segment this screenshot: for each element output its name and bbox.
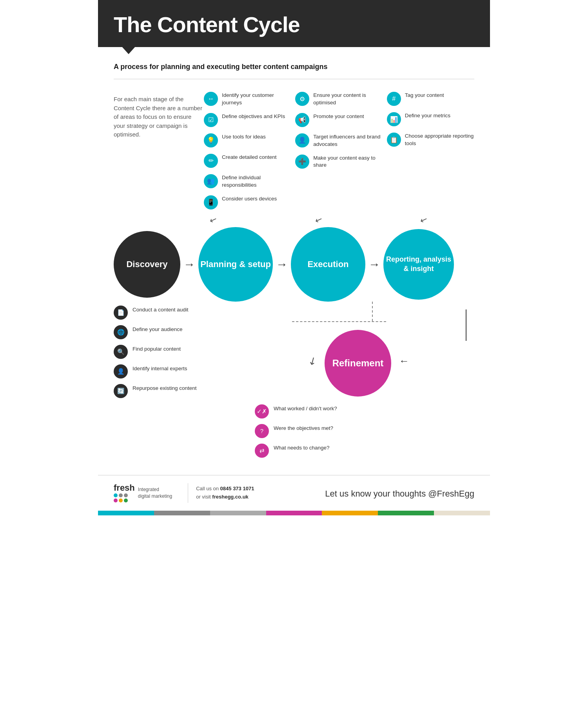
list-item: 👤 Identify internal experts [114,364,223,378]
item-label: Consider users devices [222,195,277,203]
bottom-section: 📄 Conduct a content audit 🌐 Define your … [98,302,490,463]
social-text: Let us know your thoughts @FreshEgg [325,489,474,499]
item-label: Were the objectives met? [274,424,333,432]
list-item: 🌐 Define your audience [114,325,223,339]
question-icon: ? [255,424,269,438]
execution-circle: Execution [291,227,365,302]
list-item: 👤 Target influencers and brand advocates [295,133,383,148]
item-label: Make your content easy to share [313,154,383,169]
planning-circle: Planning & setup [198,227,273,302]
person-icon: 👤 [295,133,309,147]
dot-2 [119,493,123,497]
dot-6 [124,499,128,502]
refinement-column: ↙ Refinement ← ✓✗ What worked / didn't w… [243,302,474,463]
item-label: Choose appropriate reporting tools [405,132,474,147]
list-item: 👥 Define individual responsibilities [204,173,291,189]
discovery-wrapper: Discovery [114,231,180,298]
item-label: Tag your content [405,91,444,99]
gear-icon: ⚙ [295,92,309,106]
list-item: 📱 Consider users devices [204,195,291,209]
globe-icon: 🌐 [114,325,128,339]
item-label: Create detailed content [222,153,277,161]
dot-4 [114,499,118,502]
item-label: Define individual responsibilities [222,173,291,189]
item-label: What worked / didn't work? [274,404,337,413]
main-content: A process for planning and executing bet… [98,47,490,215]
intro-text: For each main stage of the Content Cycle… [114,95,204,139]
reporting-items-col: # Tag your content 📊 Define your metrics… [387,91,474,215]
color-bar [98,511,490,515]
item-label: Find popular content [132,345,181,353]
megaphone-icon: 📢 [295,113,309,127]
color-bar-green [378,511,434,515]
arrow-execution-reporting: → [365,258,383,271]
hash-icon: # [387,92,401,106]
planning-items-col: ↔ Identify your customer journeys ☑ Defi… [204,91,291,215]
list-item: 🔄 Repurpose existing content [114,384,223,398]
item-label: What needs to change? [274,444,330,452]
repurpose-icon: 🔄 [114,384,128,398]
vertical-line-reporting [466,309,466,341]
checkx-icon: ✓✗ [255,404,269,419]
item-label: Target influencers and brand advocates [313,133,383,148]
list-item: ↔ Identify your customer journeys [204,91,291,107]
plus-icon: ➕ [295,155,309,169]
planning-wrapper: Planning & setup [198,227,273,302]
curve-arrow-refinement: ↙ [306,354,319,369]
footer-contact: Call us on 0845 373 1071 or visit freshe… [196,485,254,501]
color-bar-lightgray [210,511,266,515]
top-divider [114,79,474,79]
item-label: Define objectives and KPIs [222,112,285,120]
subtitle: A process for planning and executing bet… [114,63,474,71]
reporting-circle: Reporting, analysis & insight [383,229,454,300]
item-label: Ensure your content is optimised [313,91,383,107]
website-line: or visit freshegg.co.uk [196,493,254,501]
header: The Content Cycle [98,0,490,47]
list-item: 🔍 Find popular content [114,345,223,359]
arrow-planning-execution: → [273,258,291,271]
curved-arrows-row: ↙ ↙ ↙ [114,215,474,223]
list-item: ⇄ What needs to change? [255,444,337,458]
color-bar-gray [154,511,210,515]
intro-column: For each main stage of the Content Cycle… [114,91,204,215]
page-title: The Content Cycle [114,12,474,37]
list-item: ➕ Make your content easy to share [295,154,383,169]
dashed-vertical [372,302,373,321]
item-label: Repurpose existing content [132,384,197,392]
bottom-middle: ↙ Refinement ← ✓✗ What worked / didn't w… [231,302,474,463]
list-item: ✏ Create detailed content [204,153,291,168]
curve-arrow-reporting: ↙ [419,214,429,226]
item-label: Define your audience [132,325,183,333]
logo-dots [114,493,135,497]
expert-icon: 👤 [114,364,128,378]
doc-icon: 📄 [114,306,128,320]
execution-items-col: ⚙ Ensure your content is optimised 📢 Pro… [295,91,383,215]
color-bar-cream [434,511,490,515]
list-item: ✓✗ What worked / didn't work? [255,404,337,419]
item-label: Identify your customer journeys [222,91,291,107]
dot-3 [124,493,128,497]
curve-arrow-execution: ↙ [314,214,324,226]
discovery-circle: Discovery [114,231,180,298]
list-item: 💡 Use tools for ideas [204,133,291,147]
mobile-icon: 📱 [204,195,218,209]
color-bar-teal [98,511,154,515]
list-item: # Tag your content [387,91,474,106]
item-label: Conduct a content audit [132,306,189,314]
list-item: ☑ Define objectives and KPIs [204,112,291,127]
group-icon: 👥 [204,174,218,188]
curve-arrow-planning: ↙ [208,214,218,226]
footer-social: Let us know your thoughts @FreshEgg [325,487,474,499]
search-icon: 🔍 [114,345,128,359]
items-area: ↔ Identify your customer journeys ☑ Defi… [204,91,474,215]
logo-dots-2 [114,499,135,502]
item-label: Use tools for ideas [222,133,266,141]
list-item: 📢 Promote your content [295,112,383,127]
footer-divider [188,483,188,503]
list-item: 📄 Conduct a content audit [114,306,223,320]
phone-line: Call us on 0845 373 1071 [196,485,254,493]
lightbulb-icon: 💡 [204,133,218,147]
refinement-circle: Refinement [325,330,391,397]
checkbox-icon: ☑ [204,113,218,127]
refinement-row: ↙ Refinement ← [308,326,409,397]
